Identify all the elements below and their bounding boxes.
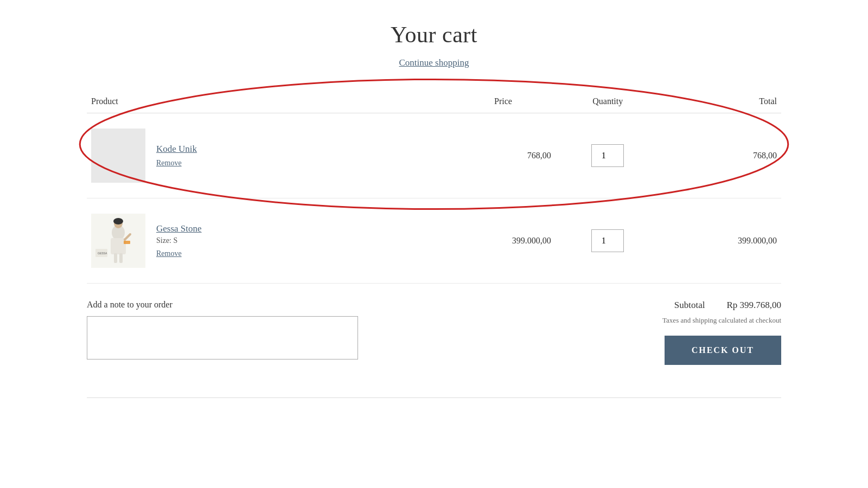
remove-button-gessa-stone[interactable]: Remove xyxy=(156,249,202,258)
product-size-gessa-stone: Size: S xyxy=(156,236,202,245)
note-label: Add a note to your order xyxy=(87,300,358,310)
svg-point-4 xyxy=(113,218,123,224)
col-header-total: Total xyxy=(660,90,781,113)
subtotal-label: Subtotal xyxy=(674,300,705,311)
col-header-price: Price xyxy=(389,90,556,113)
cart-table: Product Price Quantity Total Kode Unik R… xyxy=(87,90,781,284)
product-total-kode-unik: 768,00 xyxy=(660,113,781,198)
quantity-input-kode-unik[interactable] xyxy=(591,144,624,167)
svg-text:GESSA: GESSA xyxy=(98,252,107,255)
svg-rect-5 xyxy=(111,238,126,254)
table-row: GESSA Gessa Stone Size: S Remove xyxy=(87,198,781,284)
col-header-product: Product xyxy=(87,90,389,113)
product-price-gessa-stone: 399.000,00 xyxy=(389,198,556,284)
subtotal-value: Rp 399.768,00 xyxy=(726,300,781,311)
note-section: Add a note to your order xyxy=(87,300,358,362)
product-total-gessa-stone: 399.000,00 xyxy=(660,198,781,284)
svg-rect-7 xyxy=(114,253,117,263)
svg-rect-11 xyxy=(124,241,130,244)
col-header-quantity: Quantity xyxy=(556,90,660,113)
continue-shopping-link[interactable]: Continue shopping xyxy=(87,57,781,68)
footer-divider xyxy=(87,397,781,398)
product-image-placeholder xyxy=(91,129,145,183)
product-price-kode-unik: 768,00 xyxy=(389,113,556,198)
quantity-input-gessa-stone[interactable] xyxy=(591,229,624,252)
page-title: Your cart xyxy=(87,22,781,48)
remove-button-kode-unik[interactable]: Remove xyxy=(156,159,197,168)
order-note-textarea[interactable] xyxy=(87,316,358,359)
order-summary: Subtotal Rp 399.768,00 Taxes and shippin… xyxy=(564,300,781,365)
checkout-button[interactable]: CHECK OUT xyxy=(665,336,781,365)
product-name-gessa-stone[interactable]: Gessa Stone xyxy=(156,223,202,234)
svg-rect-8 xyxy=(119,253,123,263)
tax-note: Taxes and shipping calculated at checkou… xyxy=(564,316,781,325)
product-name-kode-unik[interactable]: Kode Unik xyxy=(156,144,197,155)
table-row: Kode Unik Remove 768,00 768,00 xyxy=(87,113,781,198)
product-image-gessa-stone: GESSA xyxy=(91,214,145,268)
